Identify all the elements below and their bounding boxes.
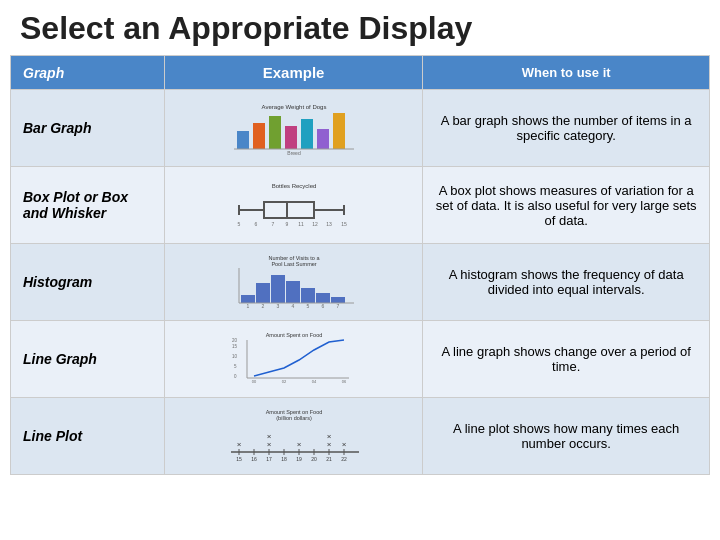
svg-text:Pool Last Summer: Pool Last Summer (271, 261, 316, 267)
svg-text:×: × (326, 440, 331, 449)
svg-text:11: 11 (298, 221, 304, 227)
graph-label-histogram: Histogram (11, 244, 165, 321)
svg-text:4: 4 (291, 303, 294, 309)
table-row: Line Graph Amount Spent on Food 0 5 (11, 321, 710, 398)
svg-text:15: 15 (341, 221, 347, 227)
svg-text:15: 15 (232, 344, 238, 349)
svg-text:5: 5 (306, 303, 309, 309)
svg-text:Average Weight of Dogs: Average Weight of Dogs (261, 104, 326, 110)
svg-text:15: 15 (236, 456, 242, 462)
svg-rect-1 (237, 131, 249, 149)
svg-text:16: 16 (251, 456, 257, 462)
svg-text:×: × (236, 440, 241, 449)
example-lineplot: Amount Spent on Food (billion dollars) (164, 398, 423, 475)
line-plot-svg: Amount Spent on Food (billion dollars) (219, 407, 369, 465)
svg-text:20: 20 (232, 338, 238, 343)
svg-text:9: 9 (285, 221, 288, 227)
svg-text:Breed: Breed (287, 150, 301, 156)
svg-rect-6 (317, 129, 329, 149)
svg-rect-31 (301, 288, 315, 303)
line-graph-svg: Amount Spent on Food 0 5 10 15 20 (229, 330, 359, 388)
svg-text:00: 00 (251, 379, 256, 384)
svg-rect-2 (253, 123, 265, 149)
svg-text:2: 2 (261, 303, 264, 309)
graph-label-lineplot: Line Plot (11, 398, 165, 475)
svg-text:22: 22 (341, 456, 347, 462)
svg-text:×: × (326, 432, 331, 441)
histogram-svg: Number of Visits to a Pool Last Summer (229, 253, 359, 311)
svg-rect-7 (333, 113, 345, 149)
graph-label-bar: Bar Graph (11, 90, 165, 167)
table-row: Line Plot Amount Spent on Food (billion … (11, 398, 710, 475)
svg-text:0: 0 (234, 374, 237, 379)
svg-text:20: 20 (311, 456, 317, 462)
svg-rect-13 (264, 202, 314, 218)
svg-text:Bottles Recycled: Bottles Recycled (271, 183, 316, 189)
display-table: Graph Example When to use it Bar Graph A… (10, 55, 710, 475)
example-histogram: Number of Visits to a Pool Last Summer (164, 244, 423, 321)
svg-text:5: 5 (234, 364, 237, 369)
svg-text:12: 12 (312, 221, 318, 227)
table-container: Graph Example When to use it Bar Graph A… (0, 55, 720, 485)
table-row: Bar Graph Average Weight of Dogs (11, 90, 710, 167)
example-bar: Average Weight of Dogs Breed (164, 90, 423, 167)
svg-text:6: 6 (321, 303, 324, 309)
table-row: Box Plot or Box and Whisker Bottles Recy… (11, 167, 710, 244)
graph-label-line: Line Graph (11, 321, 165, 398)
header-graph: Graph (11, 56, 165, 90)
svg-text:1: 1 (246, 303, 249, 309)
svg-rect-28 (256, 283, 270, 303)
svg-rect-29 (271, 275, 285, 303)
svg-text:21: 21 (326, 456, 332, 462)
example-line: Amount Spent on Food 0 5 10 15 20 (164, 321, 423, 398)
svg-text:3: 3 (276, 303, 279, 309)
when-box: A box plot shows measures of variation f… (423, 167, 710, 244)
svg-rect-27 (241, 295, 255, 303)
when-histogram: A histogram shows the frequency of data … (423, 244, 710, 321)
svg-text:18: 18 (281, 456, 287, 462)
svg-text:19: 19 (296, 456, 302, 462)
graph-label-box: Box Plot or Box and Whisker (11, 167, 165, 244)
svg-rect-30 (286, 281, 300, 303)
svg-text:×: × (296, 440, 301, 449)
bar-chart-svg: Average Weight of Dogs Breed (229, 101, 359, 156)
svg-text:04: 04 (311, 379, 316, 384)
svg-text:×: × (266, 432, 271, 441)
svg-rect-5 (301, 119, 313, 149)
svg-text:×: × (341, 440, 346, 449)
svg-text:13: 13 (326, 221, 332, 227)
header-example: Example (164, 56, 423, 90)
page-title: Select an Appropriate Display (0, 0, 720, 55)
svg-rect-3 (269, 116, 281, 149)
svg-text:06: 06 (341, 379, 346, 384)
svg-text:10: 10 (232, 354, 238, 359)
table-row: Histogram Number of Visits to a Pool Las… (11, 244, 710, 321)
svg-text:17: 17 (266, 456, 272, 462)
box-plot-svg: Bottles Recycled 5 (219, 180, 369, 230)
svg-text:7: 7 (336, 303, 339, 309)
svg-rect-4 (285, 126, 297, 149)
svg-text:Amount Spent on Food: Amount Spent on Food (265, 332, 322, 338)
when-bar: A bar graph shows the number of items in… (423, 90, 710, 167)
example-box: Bottles Recycled 5 (164, 167, 423, 244)
svg-text:7: 7 (271, 221, 274, 227)
svg-text:6: 6 (254, 221, 257, 227)
svg-text:02: 02 (281, 379, 286, 384)
when-line: A line graph shows change over a period … (423, 321, 710, 398)
svg-text:5: 5 (237, 221, 240, 227)
svg-rect-32 (316, 293, 330, 303)
when-lineplot: A line plot shows how many times each nu… (423, 398, 710, 475)
svg-text:(billion dollars): (billion dollars) (276, 415, 312, 421)
svg-text:×: × (266, 440, 271, 449)
header-when: When to use it (423, 56, 710, 90)
